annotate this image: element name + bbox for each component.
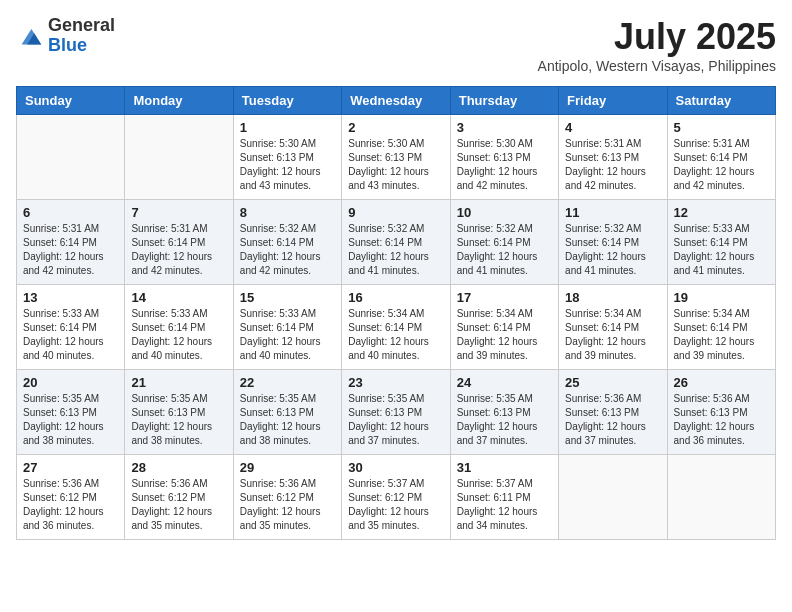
day-number: 8 <box>240 205 335 220</box>
calendar-cell: 7Sunrise: 5:31 AM Sunset: 6:14 PM Daylig… <box>125 200 233 285</box>
day-info: Sunrise: 5:31 AM Sunset: 6:14 PM Dayligh… <box>674 137 769 193</box>
day-info: Sunrise: 5:33 AM Sunset: 6:14 PM Dayligh… <box>23 307 118 363</box>
page-header: General Blue July 2025 Antipolo, Western… <box>16 16 776 74</box>
day-info: Sunrise: 5:31 AM Sunset: 6:14 PM Dayligh… <box>131 222 226 278</box>
day-number: 26 <box>674 375 769 390</box>
day-number: 2 <box>348 120 443 135</box>
calendar-table: SundayMondayTuesdayWednesdayThursdayFrid… <box>16 86 776 540</box>
day-number: 15 <box>240 290 335 305</box>
day-info: Sunrise: 5:36 AM Sunset: 6:12 PM Dayligh… <box>131 477 226 533</box>
day-info: Sunrise: 5:35 AM Sunset: 6:13 PM Dayligh… <box>457 392 552 448</box>
day-info: Sunrise: 5:35 AM Sunset: 6:13 PM Dayligh… <box>131 392 226 448</box>
day-info: Sunrise: 5:35 AM Sunset: 6:13 PM Dayligh… <box>348 392 443 448</box>
logo: General Blue <box>16 16 115 56</box>
day-info: Sunrise: 5:30 AM Sunset: 6:13 PM Dayligh… <box>457 137 552 193</box>
day-number: 10 <box>457 205 552 220</box>
calendar-cell: 26Sunrise: 5:36 AM Sunset: 6:13 PM Dayli… <box>667 370 775 455</box>
calendar-cell: 8Sunrise: 5:32 AM Sunset: 6:14 PM Daylig… <box>233 200 341 285</box>
day-info: Sunrise: 5:34 AM Sunset: 6:14 PM Dayligh… <box>565 307 660 363</box>
calendar-cell <box>125 115 233 200</box>
weekday-header-saturday: Saturday <box>667 87 775 115</box>
calendar-cell: 23Sunrise: 5:35 AM Sunset: 6:13 PM Dayli… <box>342 370 450 455</box>
day-info: Sunrise: 5:31 AM Sunset: 6:13 PM Dayligh… <box>565 137 660 193</box>
calendar-cell: 10Sunrise: 5:32 AM Sunset: 6:14 PM Dayli… <box>450 200 558 285</box>
calendar-cell: 19Sunrise: 5:34 AM Sunset: 6:14 PM Dayli… <box>667 285 775 370</box>
weekday-header-sunday: Sunday <box>17 87 125 115</box>
day-number: 23 <box>348 375 443 390</box>
calendar-cell: 9Sunrise: 5:32 AM Sunset: 6:14 PM Daylig… <box>342 200 450 285</box>
day-info: Sunrise: 5:31 AM Sunset: 6:14 PM Dayligh… <box>23 222 118 278</box>
day-info: Sunrise: 5:30 AM Sunset: 6:13 PM Dayligh… <box>240 137 335 193</box>
day-number: 4 <box>565 120 660 135</box>
day-info: Sunrise: 5:34 AM Sunset: 6:14 PM Dayligh… <box>674 307 769 363</box>
weekday-header-tuesday: Tuesday <box>233 87 341 115</box>
day-number: 11 <box>565 205 660 220</box>
weekday-header-wednesday: Wednesday <box>342 87 450 115</box>
weekday-header-friday: Friday <box>559 87 667 115</box>
day-number: 27 <box>23 460 118 475</box>
day-info: Sunrise: 5:35 AM Sunset: 6:13 PM Dayligh… <box>23 392 118 448</box>
calendar-cell: 22Sunrise: 5:35 AM Sunset: 6:13 PM Dayli… <box>233 370 341 455</box>
calendar-cell <box>17 115 125 200</box>
calendar-cell: 5Sunrise: 5:31 AM Sunset: 6:14 PM Daylig… <box>667 115 775 200</box>
day-info: Sunrise: 5:37 AM Sunset: 6:12 PM Dayligh… <box>348 477 443 533</box>
calendar-cell: 31Sunrise: 5:37 AM Sunset: 6:11 PM Dayli… <box>450 455 558 540</box>
day-info: Sunrise: 5:34 AM Sunset: 6:14 PM Dayligh… <box>348 307 443 363</box>
calendar-cell: 30Sunrise: 5:37 AM Sunset: 6:12 PM Dayli… <box>342 455 450 540</box>
day-info: Sunrise: 5:36 AM Sunset: 6:13 PM Dayligh… <box>674 392 769 448</box>
day-number: 25 <box>565 375 660 390</box>
day-info: Sunrise: 5:36 AM Sunset: 6:12 PM Dayligh… <box>23 477 118 533</box>
calendar-week-row: 1Sunrise: 5:30 AM Sunset: 6:13 PM Daylig… <box>17 115 776 200</box>
calendar-cell: 28Sunrise: 5:36 AM Sunset: 6:12 PM Dayli… <box>125 455 233 540</box>
day-number: 13 <box>23 290 118 305</box>
calendar-cell: 20Sunrise: 5:35 AM Sunset: 6:13 PM Dayli… <box>17 370 125 455</box>
day-info: Sunrise: 5:33 AM Sunset: 6:14 PM Dayligh… <box>240 307 335 363</box>
day-info: Sunrise: 5:32 AM Sunset: 6:14 PM Dayligh… <box>240 222 335 278</box>
day-number: 5 <box>674 120 769 135</box>
calendar-cell: 11Sunrise: 5:32 AM Sunset: 6:14 PM Dayli… <box>559 200 667 285</box>
calendar-week-row: 13Sunrise: 5:33 AM Sunset: 6:14 PM Dayli… <box>17 285 776 370</box>
weekday-header-thursday: Thursday <box>450 87 558 115</box>
calendar-cell: 29Sunrise: 5:36 AM Sunset: 6:12 PM Dayli… <box>233 455 341 540</box>
weekday-header-row: SundayMondayTuesdayWednesdayThursdayFrid… <box>17 87 776 115</box>
calendar-cell: 18Sunrise: 5:34 AM Sunset: 6:14 PM Dayli… <box>559 285 667 370</box>
day-number: 14 <box>131 290 226 305</box>
calendar-cell: 21Sunrise: 5:35 AM Sunset: 6:13 PM Dayli… <box>125 370 233 455</box>
location-subtitle: Antipolo, Western Visayas, Philippines <box>538 58 776 74</box>
day-info: Sunrise: 5:33 AM Sunset: 6:14 PM Dayligh… <box>674 222 769 278</box>
day-info: Sunrise: 5:30 AM Sunset: 6:13 PM Dayligh… <box>348 137 443 193</box>
day-number: 9 <box>348 205 443 220</box>
day-number: 22 <box>240 375 335 390</box>
day-number: 6 <box>23 205 118 220</box>
day-info: Sunrise: 5:32 AM Sunset: 6:14 PM Dayligh… <box>565 222 660 278</box>
logo-text: General Blue <box>48 16 115 56</box>
title-area: July 2025 Antipolo, Western Visayas, Phi… <box>538 16 776 74</box>
calendar-cell: 14Sunrise: 5:33 AM Sunset: 6:14 PM Dayli… <box>125 285 233 370</box>
day-number: 21 <box>131 375 226 390</box>
calendar-cell: 17Sunrise: 5:34 AM Sunset: 6:14 PM Dayli… <box>450 285 558 370</box>
calendar-cell <box>667 455 775 540</box>
day-number: 30 <box>348 460 443 475</box>
weekday-header-monday: Monday <box>125 87 233 115</box>
calendar-cell: 6Sunrise: 5:31 AM Sunset: 6:14 PM Daylig… <box>17 200 125 285</box>
day-number: 1 <box>240 120 335 135</box>
day-info: Sunrise: 5:33 AM Sunset: 6:14 PM Dayligh… <box>131 307 226 363</box>
day-info: Sunrise: 5:34 AM Sunset: 6:14 PM Dayligh… <box>457 307 552 363</box>
day-info: Sunrise: 5:36 AM Sunset: 6:13 PM Dayligh… <box>565 392 660 448</box>
day-number: 24 <box>457 375 552 390</box>
day-number: 3 <box>457 120 552 135</box>
calendar-cell: 27Sunrise: 5:36 AM Sunset: 6:12 PM Dayli… <box>17 455 125 540</box>
day-number: 12 <box>674 205 769 220</box>
calendar-week-row: 6Sunrise: 5:31 AM Sunset: 6:14 PM Daylig… <box>17 200 776 285</box>
calendar-week-row: 20Sunrise: 5:35 AM Sunset: 6:13 PM Dayli… <box>17 370 776 455</box>
month-title: July 2025 <box>538 16 776 58</box>
calendar-cell <box>559 455 667 540</box>
day-info: Sunrise: 5:32 AM Sunset: 6:14 PM Dayligh… <box>457 222 552 278</box>
logo-icon <box>16 22 44 50</box>
calendar-cell: 13Sunrise: 5:33 AM Sunset: 6:14 PM Dayli… <box>17 285 125 370</box>
day-info: Sunrise: 5:32 AM Sunset: 6:14 PM Dayligh… <box>348 222 443 278</box>
calendar-cell: 4Sunrise: 5:31 AM Sunset: 6:13 PM Daylig… <box>559 115 667 200</box>
day-info: Sunrise: 5:37 AM Sunset: 6:11 PM Dayligh… <box>457 477 552 533</box>
calendar-cell: 16Sunrise: 5:34 AM Sunset: 6:14 PM Dayli… <box>342 285 450 370</box>
calendar-week-row: 27Sunrise: 5:36 AM Sunset: 6:12 PM Dayli… <box>17 455 776 540</box>
